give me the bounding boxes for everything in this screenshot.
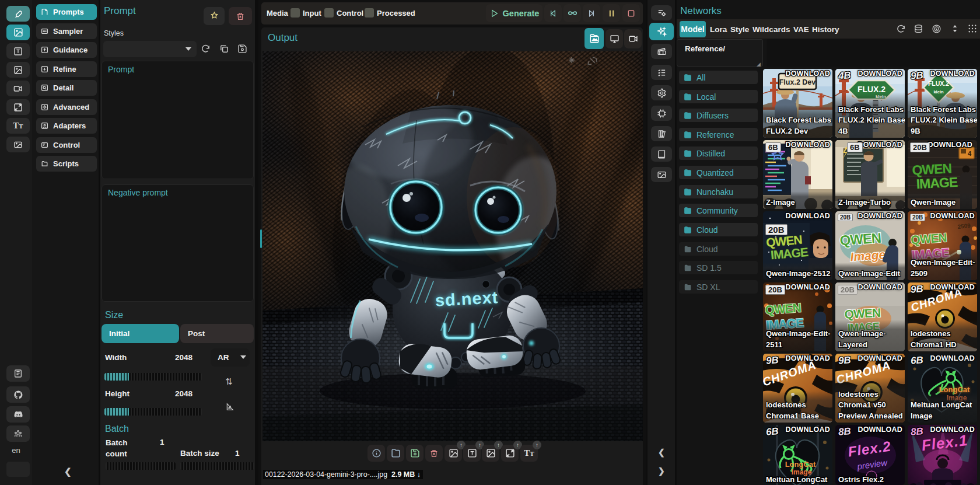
svg-text:QWEN: QWEN (765, 301, 802, 316)
svg-text:sd.next: sd.next (435, 288, 499, 310)
svg-text:QWEN: QWEN (910, 231, 947, 246)
svg-text:IMAGE: IMAGE (916, 175, 958, 192)
svg-text:LongCat: LongCat (785, 460, 816, 469)
svg-text:QWEN: QWEN (844, 306, 880, 321)
svg-text:FLUX.2: FLUX.2 (928, 80, 949, 87)
svg-text:Flux.2 Dev: Flux.2 Dev (779, 78, 816, 86)
svg-text:QWEN: QWEN (839, 230, 881, 249)
svg-text:Image: Image (850, 247, 886, 263)
svg-text:4: 4 (968, 150, 972, 157)
